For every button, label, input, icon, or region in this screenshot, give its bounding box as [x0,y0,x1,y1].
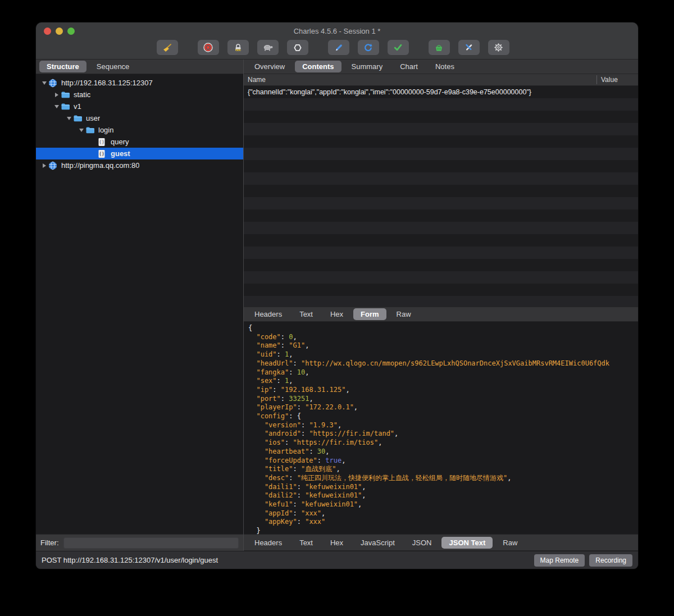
clear-session-button[interactable] [157,40,178,55]
response-tab-json-text[interactable]: JSON Text [441,537,493,549]
broom-icon [162,43,173,52]
json-code-line: "uid": 1, [248,350,638,359]
json-code-line: "ip": "192.168.31.125", [248,386,638,395]
turtle-icon [262,43,274,52]
tab-overview[interactable]: Overview [247,61,292,72]
json-code-line: "forceUpdate": true, [248,457,638,466]
response-tabbar: HeadersTextHexJavaScriptJSONJSON TextRaw [244,534,638,551]
map-remote-button[interactable]: Map Remote [534,554,585,567]
throttling-button[interactable] [257,40,279,55]
zoom-button[interactable] [67,28,75,35]
tree-item-query[interactable]: ()query [36,136,243,148]
response-tab-javascript[interactable]: JavaScript [353,537,402,549]
json-code-line: "ios": "https://fir.im/tios", [248,439,638,448]
filter-label: Filter: [40,539,59,547]
tab-sequence[interactable]: Sequence [89,61,137,72]
json-code-line: } [248,527,638,534]
request-tab-hex[interactable]: Hex [323,308,350,320]
filter-input[interactable] [63,537,239,549]
check-icon [393,43,403,52]
pencil-icon [334,43,343,52]
disclosure-closed-icon[interactable] [53,93,61,97]
traffic-lights [44,28,75,35]
folder-icon [61,102,71,111]
tree-item-label: http://pingma.qq.com:80 [61,161,139,170]
tab-notes[interactable]: Notes [428,61,462,72]
json-body-viewer: { "code": 0, "name": "G1", "uid": 1, "he… [244,322,638,534]
column-header-name: Name [244,76,266,84]
folder-icon [61,90,71,99]
disclosure-open-icon[interactable] [65,117,73,120]
json-code-line: "sex": 1, [248,377,638,386]
response-tab-hex[interactable]: Hex [323,537,350,549]
ssl-proxying-button[interactable] [227,40,249,55]
request-url-status: POST http://192.168.31.125:12307/v1/user… [42,556,218,564]
tree-item-label: http://192.168.31.125:12307 [61,79,153,87]
json-code-line: "desc": "纯正四川玩法，快捷便利的掌上血战，轻松组局，随时随地尽情游戏"… [248,474,638,483]
window-title: Charles 4.5.6 - Session 1 * [294,27,381,35]
globe-icon [48,161,58,170]
request-tab-text[interactable]: Text [292,308,320,320]
globe-icon [48,79,58,88]
tree-item-guest[interactable]: ()guest [36,148,243,159]
tree-item-login[interactable]: login [36,124,243,136]
tree-item-label: guest [111,149,130,158]
request-tab-form[interactable]: Form [353,308,386,320]
disclosure-open-icon[interactable] [53,105,61,108]
tree-item-http-pingma-qq-com-80[interactable]: http://pingma.qq.com:80 [36,159,243,171]
json-code-line: "appId": "xxx", [248,509,638,518]
json-code-line: "playerIp": "172.22.0.1", [248,403,638,412]
charles-window: Charles 4.5.6 - Session 1 * StructureSeq… [36,22,638,569]
response-tab-text[interactable]: Text [292,537,320,549]
status-buttons: Map RemoteRecording [534,554,632,567]
column-divider[interactable] [596,75,597,84]
json-code-line: "headUrl": "http://wx.qlogo.cn/mmopen/s9… [248,359,638,368]
gear-icon [494,43,503,52]
record-button[interactable] [198,40,219,55]
tree-item-static[interactable]: static [36,89,243,101]
minimize-button[interactable] [56,28,63,35]
response-tab-raw[interactable]: Raw [495,537,525,549]
folder-icon [85,126,95,135]
repeat-button[interactable] [358,40,379,55]
tree-item-label: login [98,126,113,134]
request-tab-headers[interactable]: Headers [247,308,289,320]
settings-button[interactable] [488,40,509,55]
basket-button[interactable] [429,40,450,55]
sidebar-tabbar: StructureSequence [36,60,243,74]
tab-structure[interactable]: Structure [39,61,86,72]
sidebar: StructureSequence http://192.168.31.125:… [36,60,244,551]
disclosure-open-icon[interactable] [40,81,48,85]
compose-button[interactable] [328,40,349,55]
disclosure-closed-icon[interactable] [40,163,48,168]
response-tab-headers[interactable]: Headers [247,537,289,549]
tree-item-user[interactable]: user [36,112,243,124]
request-tabbar: HeadersTextHexFormRaw [244,307,638,322]
validate-button[interactable] [388,40,409,55]
disclosure-open-icon[interactable] [78,129,85,132]
statusbar: POST http://192.168.31.125:12307/v1/user… [36,551,638,569]
tab-chart[interactable]: Chart [393,61,425,72]
content-panel: OverviewContentsSummaryChartNotes Name V… [244,60,638,551]
recording-button[interactable]: Recording [589,554,632,567]
lock-icon [234,43,243,52]
json-code-line: "name": "G1", [248,341,638,350]
doc-icon: () [98,149,108,158]
request-tab-raw[interactable]: Raw [389,308,418,320]
close-button[interactable] [44,28,51,35]
breakpoints-button[interactable] [287,40,308,55]
request-table: {"channelId":"konglai","appId":"konglai"… [244,86,638,307]
window-chrome: Charles 4.5.6 - Session 1 * [36,22,638,60]
tools-button[interactable] [458,40,480,55]
table-row[interactable]: {"channelId":"konglai","appId":"konglai"… [244,86,638,98]
main-split: StructureSequence http://192.168.31.125:… [36,60,638,551]
svg-text:(): () [99,152,104,157]
tab-summary[interactable]: Summary [344,61,390,72]
tree-item-v1[interactable]: v1 [36,101,243,112]
tab-contents[interactable]: Contents [295,61,341,72]
json-code-line: "fangka": 10, [248,368,638,377]
structure-tree: http://192.168.31.125:12307staticv1userl… [36,74,243,534]
tree-item-http-192-168-31-125-12307[interactable]: http://192.168.31.125:12307 [36,77,243,89]
basket-icon [434,43,444,52]
response-tab-json[interactable]: JSON [405,537,439,549]
